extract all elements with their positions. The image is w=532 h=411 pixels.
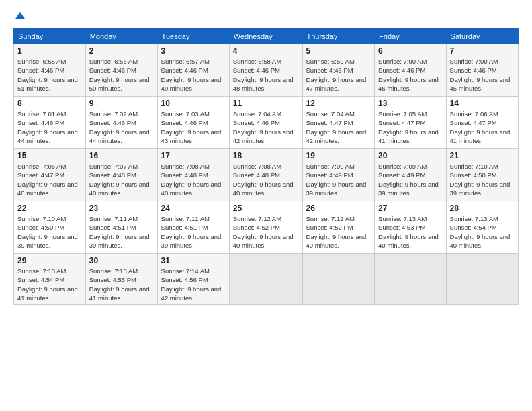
calendar-cell: 15 Sunrise: 7:06 AMSunset: 4:47 PMDaylig… [14,149,86,201]
day-info: Sunrise: 7:13 AMSunset: 4:53 PMDaylight:… [378,215,439,249]
day-number: 8 [17,99,82,108]
day-number: 13 [378,99,442,108]
col-header-saturday: Saturday [446,29,518,44]
col-header-monday: Monday [85,29,157,44]
day-info: Sunrise: 7:10 AMSunset: 4:50 PMDaylight:… [17,215,78,249]
day-number: 31 [161,256,226,265]
calendar-cell: 19 Sunrise: 7:09 AMSunset: 4:49 PMDaylig… [302,149,375,201]
day-info: Sunrise: 7:00 AMSunset: 4:46 PMDaylight:… [450,58,511,92]
day-info: Sunrise: 7:01 AMSunset: 4:46 PMDaylight:… [17,110,78,144]
day-info: Sunrise: 7:00 AMSunset: 4:46 PMDaylight:… [378,58,439,92]
calendar-cell: 14 Sunrise: 7:06 AMSunset: 4:47 PMDaylig… [446,97,518,149]
day-number: 9 [89,99,154,108]
day-info: Sunrise: 7:13 AMSunset: 4:54 PMDaylight:… [17,267,78,302]
col-header-thursday: Thursday [302,29,375,44]
day-number: 26 [306,203,371,213]
calendar-cell: 9 Sunrise: 7:02 AMSunset: 4:46 PMDayligh… [85,97,157,149]
calendar-cell: 26 Sunrise: 7:12 AMSunset: 4:52 PMDaylig… [302,201,375,254]
calendar-cell: 21 Sunrise: 7:10 AMSunset: 4:50 PMDaylig… [446,149,518,201]
calendar-cell: 5 Sunrise: 6:59 AMSunset: 4:46 PMDayligh… [302,44,375,97]
day-number: 21 [450,151,515,161]
day-info: Sunrise: 7:09 AMSunset: 4:49 PMDaylight:… [306,163,367,197]
day-number: 24 [161,203,226,213]
calendar-cell: 8 Sunrise: 7:01 AMSunset: 4:46 PMDayligh… [14,97,86,149]
day-info: Sunrise: 7:14 AMSunset: 4:56 PMDaylight:… [161,267,222,302]
calendar: SundayMondayTuesdayWednesdayThursdayFrid… [13,28,519,305]
day-number: 30 [89,256,154,265]
day-info: Sunrise: 7:13 AMSunset: 4:54 PMDaylight:… [450,215,511,249]
calendar-cell: 31 Sunrise: 7:14 AMSunset: 4:56 PMDaylig… [157,254,229,305]
day-number: 3 [161,46,226,56]
calendar-cell: 24 Sunrise: 7:11 AMSunset: 4:51 PMDaylig… [157,201,229,254]
day-number: 20 [378,151,442,161]
day-info: Sunrise: 6:57 AMSunset: 4:46 PMDaylight:… [161,58,222,92]
day-info: Sunrise: 7:11 AMSunset: 4:51 PMDaylight:… [89,215,150,249]
day-number: 2 [89,46,154,56]
col-header-tuesday: Tuesday [157,29,229,44]
day-info: Sunrise: 7:04 AMSunset: 4:47 PMDaylight:… [306,110,367,144]
day-info: Sunrise: 6:56 AMSunset: 4:46 PMDaylight:… [89,58,150,92]
calendar-cell: 25 Sunrise: 7:12 AMSunset: 4:52 PMDaylig… [229,201,302,254]
col-header-sunday: Sunday [14,29,86,44]
calendar-cell: 12 Sunrise: 7:04 AMSunset: 4:47 PMDaylig… [302,97,375,149]
day-number: 19 [306,151,371,161]
day-info: Sunrise: 6:58 AMSunset: 4:46 PMDaylight:… [233,58,294,92]
day-info: Sunrise: 7:08 AMSunset: 4:48 PMDaylight:… [161,163,222,197]
logo [13,11,26,23]
calendar-cell: 4 Sunrise: 6:58 AMSunset: 4:46 PMDayligh… [229,44,302,97]
calendar-cell: 13 Sunrise: 7:05 AMSunset: 4:47 PMDaylig… [375,97,446,149]
day-number: 1 [17,46,82,56]
calendar-cell: 18 Sunrise: 7:08 AMSunset: 4:48 PMDaylig… [229,149,302,201]
day-info: Sunrise: 7:12 AMSunset: 4:52 PMDaylight:… [306,215,367,249]
calendar-cell: 30 Sunrise: 7:13 AMSunset: 4:55 PMDaylig… [85,254,157,305]
day-number: 10 [161,99,226,108]
day-number: 17 [161,151,226,161]
col-header-wednesday: Wednesday [229,29,302,44]
col-header-friday: Friday [375,29,446,44]
day-number: 27 [378,203,442,213]
calendar-cell: 22 Sunrise: 7:10 AMSunset: 4:50 PMDaylig… [14,201,86,254]
day-number: 23 [89,203,154,213]
calendar-cell: 28 Sunrise: 7:13 AMSunset: 4:54 PMDaylig… [446,201,518,254]
calendar-cell: 3 Sunrise: 6:57 AMSunset: 4:46 PMDayligh… [157,44,229,97]
day-info: Sunrise: 7:08 AMSunset: 4:48 PMDaylight:… [233,163,294,197]
day-info: Sunrise: 6:55 AMSunset: 4:46 PMDaylight:… [17,58,78,92]
day-number: 16 [89,151,154,161]
day-info: Sunrise: 7:06 AMSunset: 4:47 PMDaylight:… [17,163,78,197]
day-number: 28 [450,203,515,213]
calendar-cell: 11 Sunrise: 7:04 AMSunset: 4:46 PMDaylig… [229,97,302,149]
day-number: 18 [233,151,299,161]
day-info: Sunrise: 7:09 AMSunset: 4:49 PMDaylight:… [378,163,439,197]
day-number: 4 [233,46,299,56]
calendar-cell: 2 Sunrise: 6:56 AMSunset: 4:46 PMDayligh… [85,44,157,97]
calendar-cell: 7 Sunrise: 7:00 AMSunset: 4:46 PMDayligh… [446,44,518,97]
calendar-cell: 10 Sunrise: 7:03 AMSunset: 4:46 PMDaylig… [157,97,229,149]
calendar-cell: 20 Sunrise: 7:09 AMSunset: 4:49 PMDaylig… [375,149,446,201]
calendar-cell: 1 Sunrise: 6:55 AMSunset: 4:46 PMDayligh… [14,44,86,97]
day-info: Sunrise: 7:12 AMSunset: 4:52 PMDaylight:… [233,215,294,249]
day-number: 6 [378,46,442,56]
calendar-cell [229,254,302,305]
day-info: Sunrise: 7:10 AMSunset: 4:50 PMDaylight:… [450,163,511,197]
calendar-cell [375,254,446,305]
day-info: Sunrise: 6:59 AMSunset: 4:46 PMDaylight:… [306,58,367,92]
header [13,11,519,23]
day-number: 11 [233,99,299,108]
calendar-cell: 23 Sunrise: 7:11 AMSunset: 4:51 PMDaylig… [85,201,157,254]
calendar-cell: 27 Sunrise: 7:13 AMSunset: 4:53 PMDaylig… [375,201,446,254]
calendar-cell: 29 Sunrise: 7:13 AMSunset: 4:54 PMDaylig… [14,254,86,305]
svg-marker-0 [15,12,25,19]
day-info: Sunrise: 7:06 AMSunset: 4:47 PMDaylight:… [450,110,511,144]
day-info: Sunrise: 7:07 AMSunset: 4:48 PMDaylight:… [89,163,150,197]
day-number: 7 [450,46,515,56]
calendar-cell: 16 Sunrise: 7:07 AMSunset: 4:48 PMDaylig… [85,149,157,201]
day-number: 12 [306,99,371,108]
calendar-cell [302,254,375,305]
calendar-cell [446,254,518,305]
day-number: 29 [17,256,82,265]
calendar-cell: 6 Sunrise: 7:00 AMSunset: 4:46 PMDayligh… [375,44,446,97]
calendar-cell: 17 Sunrise: 7:08 AMSunset: 4:48 PMDaylig… [157,149,229,201]
day-number: 14 [450,99,515,108]
day-info: Sunrise: 7:03 AMSunset: 4:46 PMDaylight:… [161,110,222,144]
logo-icon [14,11,26,23]
